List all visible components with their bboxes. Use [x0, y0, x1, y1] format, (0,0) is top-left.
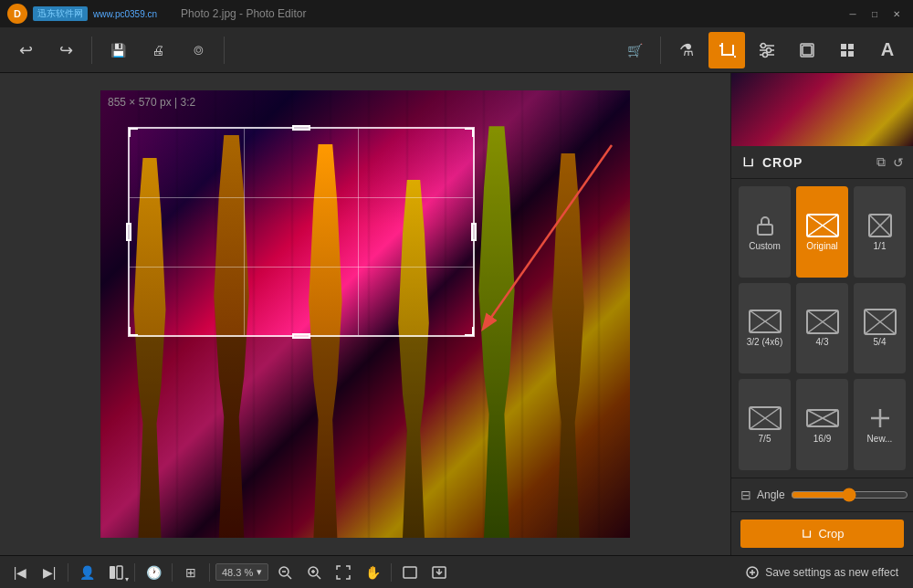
zoom-in-button[interactable]: [301, 560, 327, 585]
zoom-display[interactable]: 48.3 % ▾: [215, 563, 268, 581]
guitar-5: [471, 126, 522, 538]
export-icon: [432, 566, 446, 579]
crop-option-new[interactable]: New...: [854, 379, 906, 470]
crop-handle-bottommid[interactable]: [292, 333, 310, 339]
window-title: Photo 2.jpg - Photo Editor: [181, 7, 306, 20]
copy-icon[interactable]: ⧉: [876, 154, 886, 170]
crop-option-7-5[interactable]: 7/5: [739, 379, 791, 470]
text-button[interactable]: A: [869, 32, 906, 68]
angle-label: Angle: [757, 488, 785, 501]
share-button[interactable]: ⌾: [180, 32, 216, 68]
svg-point-3: [761, 43, 766, 47]
fit-icon: [336, 565, 351, 580]
5-4-label: 5/4: [874, 337, 887, 347]
save-button[interactable]: 💾: [100, 32, 136, 68]
panel-header: CROP ⧉ ↺: [731, 146, 913, 179]
canvas-area[interactable]: 855 × 570 px | 3:2: [0, 73, 730, 555]
crop-button-row: Crop: [731, 511, 913, 555]
crop-tool-button[interactable]: [708, 32, 745, 68]
compare-button[interactable]: ▾: [103, 560, 129, 585]
7-5-icon: [749, 405, 782, 431]
maximize-button[interactable]: □: [866, 5, 884, 23]
crop-handle-leftmid[interactable]: [126, 223, 131, 241]
compare-icon: [109, 565, 123, 580]
crop-handle-topright[interactable]: [465, 128, 474, 137]
image-container: 855 × 570 px | 3:2: [100, 90, 630, 538]
4-3-label: 4/3: [816, 337, 829, 347]
thumbnail-strip: [731, 73, 913, 146]
svg-rect-47: [404, 567, 416, 578]
original-icon: [806, 213, 839, 238]
reset-icon[interactable]: ↺: [893, 155, 904, 170]
panel-crop-icon: [740, 155, 755, 170]
crop-handle-topmid[interactable]: [292, 125, 310, 131]
redo-button[interactable]: ↪: [47, 32, 84, 68]
crop-grid-v2: [358, 129, 359, 335]
crop-handle-rightmid[interactable]: [471, 223, 477, 241]
export-button[interactable]: [426, 560, 452, 585]
angle-row: ⊟ Angle 0 °: [731, 478, 913, 511]
pan-button[interactable]: ✋: [360, 560, 385, 585]
new-icon: [864, 405, 897, 431]
svg-rect-38: [110, 566, 115, 579]
crop-option-5-4[interactable]: 5/4: [854, 283, 906, 374]
minimize-button[interactable]: ─: [844, 5, 862, 23]
fullscreen-button[interactable]: [397, 560, 423, 585]
svg-line-46: [317, 575, 320, 579]
crop-option-original[interactable]: Original: [796, 186, 848, 278]
main-toolbar: ↩ ↪ 💾 🖨 ⌾ 🛒 ⚗: [0, 27, 913, 73]
crop-option-16-9[interactable]: 16/9: [796, 379, 848, 470]
crop-handle-bottomright[interactable]: [465, 327, 474, 336]
first-frame-button[interactable]: |◀: [7, 560, 33, 585]
5-4-icon: [864, 309, 897, 334]
adjust-button[interactable]: [749, 32, 785, 68]
crop-handle-bottomleft[interactable]: [129, 327, 138, 336]
zoom-out-icon: [278, 565, 292, 580]
crop-option-4-3[interactable]: 4/3: [796, 283, 848, 374]
mosaic-button[interactable]: [829, 32, 866, 68]
svg-rect-7: [803, 46, 812, 55]
crop-selection[interactable]: [128, 127, 475, 337]
print-button[interactable]: 🖨: [140, 32, 176, 68]
effects-button[interactable]: ⚗: [668, 32, 705, 68]
fit-button[interactable]: [331, 560, 356, 585]
watermark-badge: 迅东软件网: [33, 6, 88, 21]
angle-slider[interactable]: [791, 488, 908, 502]
bottom-sep-1: [68, 563, 68, 582]
zoom-out-button[interactable]: [272, 560, 298, 585]
order-button[interactable]: 🛒: [616, 32, 653, 68]
window-controls: ─ □ ✕: [844, 5, 906, 23]
crop-option-3-2[interactable]: 3/2 (4x6): [739, 283, 791, 374]
crop-icon: [717, 40, 737, 60]
next-frame-button[interactable]: ▶|: [37, 560, 62, 585]
crop-button-label: Crop: [818, 527, 844, 541]
crop-option-custom[interactable]: Custom: [739, 186, 791, 278]
undo-button[interactable]: ↩: [7, 32, 44, 68]
badge-url: www.pc0359.cn: [93, 9, 157, 19]
svg-point-4: [767, 47, 771, 52]
7-5-label: 7/5: [759, 434, 771, 444]
save-effect-button[interactable]: Save settings as new effect: [738, 562, 906, 583]
bottom-sep-5: [391, 563, 392, 582]
crop-apply-button[interactable]: Crop: [740, 520, 904, 548]
svg-rect-39: [117, 566, 122, 579]
svg-line-42: [288, 575, 291, 579]
adjust-icon: [758, 41, 776, 59]
zoom-in-icon: [307, 565, 321, 580]
crop-grid-v1: [244, 129, 245, 335]
crop-grid-h1: [130, 197, 473, 198]
save-effect-icon: [745, 565, 760, 580]
person-button[interactable]: 👤: [74, 560, 100, 585]
history-button[interactable]: 🕐: [141, 560, 166, 585]
crop-handle-topleft[interactable]: [129, 128, 138, 137]
toolbar-separator-1: [91, 37, 92, 64]
save-effect-label: Save settings as new effect: [765, 566, 898, 579]
svg-rect-8: [841, 44, 846, 49]
crop-option-1-1[interactable]: 1/1: [854, 186, 906, 278]
grid-view-button[interactable]: ⊞: [178, 560, 204, 585]
svg-point-5: [763, 52, 768, 57]
frame-button[interactable]: [789, 32, 825, 68]
close-button[interactable]: ✕: [887, 5, 906, 23]
4-3-icon: [806, 309, 839, 334]
new-label: New...: [867, 434, 893, 444]
